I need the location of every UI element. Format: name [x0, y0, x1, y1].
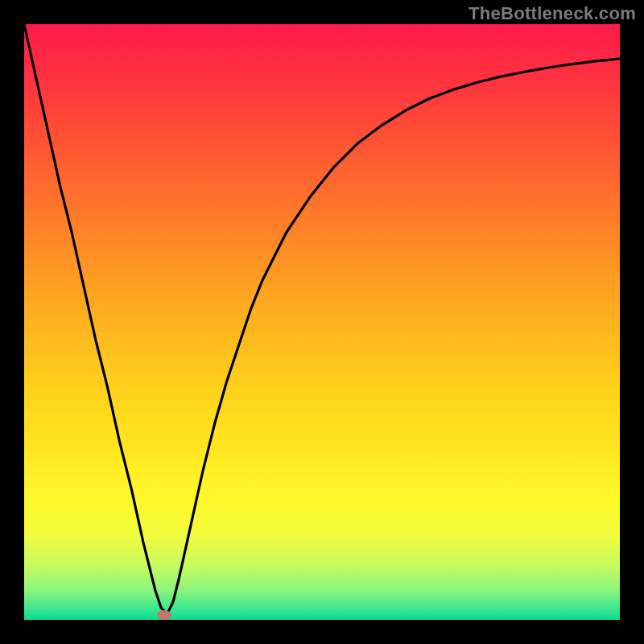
plot-area — [24, 24, 620, 620]
watermark-text: TheBottleneck.com — [469, 3, 636, 24]
curve-path — [24, 24, 620, 614]
chart-frame: TheBottleneck.com — [0, 0, 644, 644]
curve-svg — [24, 24, 620, 620]
minimum-marker — [157, 610, 171, 620]
